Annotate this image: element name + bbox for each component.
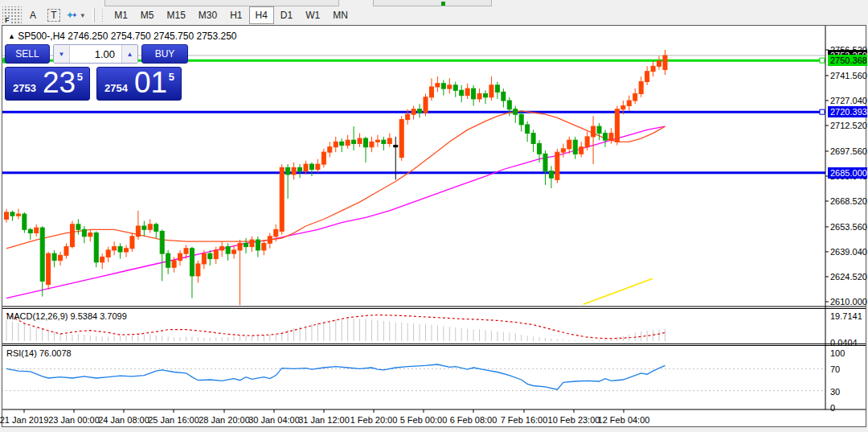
date-axis-label: 31 Jan 12:00 [298,415,350,425]
macd-indicator-label: MACD(12,26,9) 9.5384 3.7099 [6,311,127,321]
candle [304,164,308,171]
timeframe-button-H1[interactable]: H1 [223,6,248,24]
support-line-1-handle[interactable] [820,109,825,114]
candle [375,140,379,142]
candle [436,84,440,87]
macd-scale-min: 0.0404 [830,338,858,348]
candle [382,140,386,143]
candle [106,250,110,257]
candle [526,125,530,134]
chevron-down-icon[interactable]: ▾ [81,11,85,19]
date-axis-label: 7 Feb 16:00 [501,415,548,425]
date-axis-label: 6 Feb 08:00 [450,415,497,425]
candle [424,97,428,113]
candle [663,56,667,70]
timeframe-button-W1[interactable]: W1 [299,6,326,24]
objects-tool-button[interactable]: ✦✦ ▾ [65,6,85,24]
support2-price-badge: 2685.000 [828,167,867,179]
candle [268,237,272,244]
candle [502,92,506,101]
candle [172,261,176,268]
candle [489,85,493,97]
candle [406,114,410,119]
buy-button[interactable]: BUY [141,44,188,64]
date-axis-label: 25 Jan 16:00 [148,415,199,425]
chart-title: ▲ SP500-,H4 2746.250 2754.750 2745.750 2… [8,31,237,42]
toolbar-separator [92,8,95,23]
buy-price-box[interactable]: 2754 01 5 [96,67,182,101]
candle [202,253,206,264]
candle [394,146,398,147]
buy-price-sup: 5 [169,71,174,83]
candle [604,134,608,141]
buy-price-big: 01 [134,66,167,100]
candle [453,85,457,90]
candle [59,255,63,260]
candle [514,109,518,114]
candle [280,167,284,231]
candle [352,140,356,143]
candle [130,237,134,249]
candle [286,167,290,175]
candle [184,249,188,253]
date-axis-label: 24 Jan 08:00 [98,415,149,425]
price-axis-tick: 2697.560 [830,146,867,156]
candle [334,142,338,146]
candle [262,243,266,250]
date-axis-label: 30 Jan 04:00 [248,415,300,425]
text-tool-button[interactable]: T [44,6,63,24]
volume-decrease-button[interactable]: ▼ [54,45,70,63]
resistance-price-badge: 2750.368 [828,55,867,66]
chart-window[interactable]: ▲ SP500-,H4 2746.250 2754.750 2745.750 2… [2,25,866,427]
candle [10,212,14,216]
timeframe-button-H4[interactable]: H4 [249,6,274,24]
sell-price-prefix: 2753 [13,82,36,94]
timeframe-button-M1[interactable]: M1 [108,6,134,24]
candle [52,253,56,261]
candle [561,149,565,152]
candle [387,138,391,143]
candle [340,142,344,145]
candle [519,114,523,125]
candle [220,247,224,250]
candle [651,66,655,71]
candle [316,164,320,169]
date-axis-label: 21 Jan 2019 [0,415,48,425]
candle [543,154,547,171]
candle [358,138,362,143]
candle [160,231,164,253]
date-axis-label: 28 Jan 20:00 [199,415,250,425]
cursor-tool-button[interactable]: A [23,6,43,24]
sell-button[interactable]: SELL [5,44,50,64]
resistance-line-handle[interactable] [820,58,825,63]
volume-increase-button[interactable]: ▲ [121,45,137,63]
candle [274,229,278,237]
candle [47,253,51,284]
volume-input[interactable]: 1.00 [70,45,121,63]
arrange-grid-icon[interactable]: F [2,6,22,24]
timeframe-button-D1[interactable]: D1 [274,6,299,24]
timeframe-button-M5[interactable]: M5 [134,6,161,24]
candle [298,167,302,171]
candle [429,87,433,97]
candle [70,224,74,247]
candle [125,249,129,252]
timeframe-button-M15[interactable]: M15 [160,6,191,24]
candle [531,134,535,144]
candle [250,240,254,247]
volume-control: ▼ 1.00 ▲ [53,44,138,64]
timeframe-button-M30[interactable]: M30 [192,6,223,24]
candle [321,152,326,164]
terminal-window: { "toolbar": { "handle_letter": "F", "cu… [0,0,868,432]
candle [118,247,122,252]
timeframe-button-MN[interactable]: MN [326,6,354,24]
rsi-scale-70: 70 [830,364,840,374]
price-axis-tick: 2727.040 [830,96,867,105]
candle [573,140,577,154]
sell-price-box[interactable]: 2753 23 5 [5,67,90,101]
candle [136,226,140,237]
candle [399,120,403,158]
support1-price-badge: 2720.393 [828,106,867,117]
candle [64,247,68,256]
candle [621,105,625,109]
